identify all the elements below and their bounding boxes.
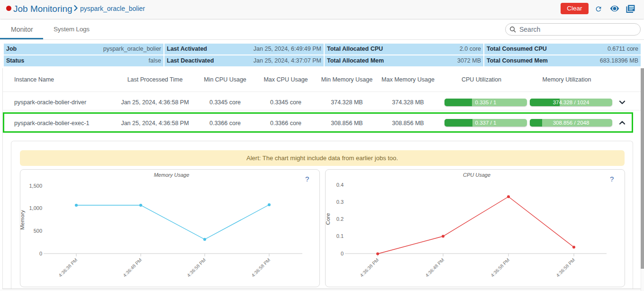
svg-text:4:36:58 PM: 4:36:58 PM [490, 257, 510, 278]
svg-text:4:36:38 PM: 4:36:38 PM [57, 257, 78, 278]
svg-text:4:36:48 PM: 4:36:48 PM [122, 257, 143, 278]
svg-text:4:36:58 PM: 4:36:58 PM [555, 257, 576, 278]
svg-text:0.3: 0.3 [336, 199, 344, 205]
svg-text:1,000: 1,000 [29, 205, 42, 211]
svg-text:4:36:38 PM: 4:36:38 PM [359, 257, 380, 278]
svg-text:0.4: 0.4 [336, 182, 344, 188]
svg-text:4:36:58 PM: 4:36:58 PM [250, 257, 271, 278]
svg-text:0.2: 0.2 [336, 216, 344, 222]
svg-text:Memory: Memory [20, 210, 25, 230]
svg-text:0: 0 [341, 251, 344, 256]
svg-text:4:36:58 PM: 4:36:58 PM [186, 257, 207, 278]
svg-text:500: 500 [34, 228, 42, 234]
svg-text:1,500: 1,500 [29, 183, 42, 189]
svg-text:0.1: 0.1 [336, 233, 344, 239]
svg-text:Core: Core [325, 213, 331, 225]
svg-text:0: 0 [39, 251, 42, 256]
svg-text:4:36:48 PM: 4:36:48 PM [424, 257, 445, 278]
